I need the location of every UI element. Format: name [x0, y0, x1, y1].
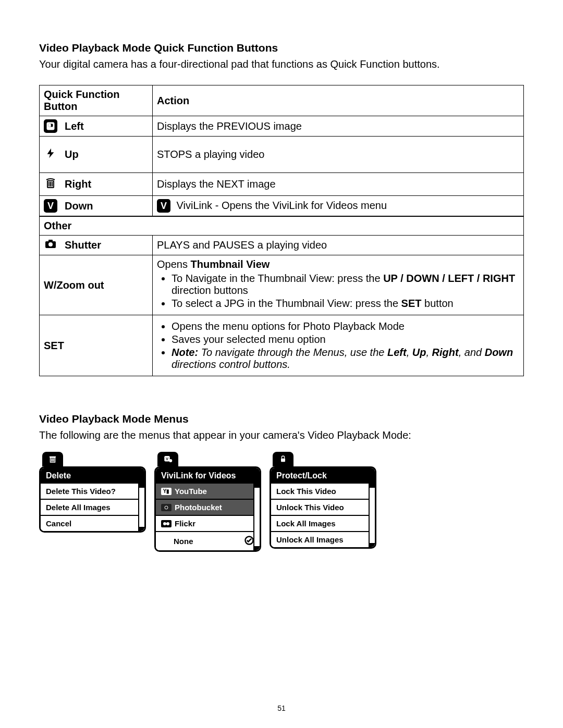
zoom-label: W/Zoom out — [44, 279, 104, 291]
list-item[interactable]: Y▮ YouTube — [156, 484, 260, 499]
menu-title: Delete — [41, 468, 144, 484]
flash-icon — [44, 146, 57, 163]
v-icon: V — [44, 199, 57, 213]
down-label: Down — [65, 200, 93, 212]
menu-delete: Delete Delete This Video? Delete All Ima… — [39, 452, 146, 552]
down-action: V ViviLink - Opens the ViviLink for Vide… — [153, 196, 524, 216]
svg-point-17 — [169, 459, 172, 462]
section2-intro: The following are the menus that appear … — [39, 429, 524, 441]
up-action: STOPS a playing video — [153, 137, 524, 173]
svg-rect-8 — [48, 240, 53, 242]
up-label: Up — [65, 149, 79, 161]
youtube-icon: Y▮ — [161, 488, 172, 495]
right-action: Displays the NEXT image — [153, 173, 524, 196]
quick-function-table: Quick Function Button Action Left Displa… — [39, 85, 524, 216]
set-action: Opens the menu options for Photo Playbac… — [153, 315, 524, 376]
list-item[interactable]: Unlock All Images — [271, 531, 375, 547]
list-item[interactable]: Delete This Video? — [41, 484, 144, 499]
list-item: To Navigate in the Thumbnail View: press… — [172, 273, 519, 297]
list-item[interactable]: Lock All Images — [271, 515, 375, 531]
svg-rect-2 — [48, 124, 51, 127]
svg-rect-14 — [50, 456, 56, 458]
menu-protect: Protect/Lock Lock This Video Unlock This… — [270, 452, 376, 552]
svg-text:V: V — [166, 456, 168, 461]
section2-title: Video Playback Mode Menus — [39, 413, 524, 425]
zoom-action: Opens Thumbnail View To Navigate in the … — [153, 255, 524, 315]
page-root: Video Playback Mode Quick Function Butto… — [0, 0, 563, 728]
scrollbar[interactable] — [138, 484, 144, 531]
list-item: To select a JPG in the Thumbnail View: p… — [172, 298, 519, 310]
list-item[interactable]: None — [156, 531, 260, 550]
list-item: Note: To navigate through the Menus, use… — [172, 347, 519, 371]
lock-icon — [273, 452, 293, 466]
section1-title: Video Playback Mode Quick Function Butto… — [39, 42, 524, 54]
left-label: Left — [65, 120, 84, 132]
list-item: Opens the menu options for Photo Playbac… — [172, 320, 519, 332]
svg-point-20 — [166, 522, 169, 525]
photobucket-icon — [161, 504, 172, 511]
slideshow-icon — [44, 119, 57, 133]
flickr-icon — [161, 520, 172, 527]
section1-intro: Your digital camera has a four-direction… — [39, 58, 524, 70]
other-table: Other Shutter PLAYS and PAUSES a playing… — [39, 216, 524, 376]
right-label: Right — [65, 178, 91, 190]
scrollbar[interactable] — [369, 484, 375, 547]
menu-vivilink: V ViviLink for Videos Y▮ YouTube Photobu… — [154, 452, 261, 552]
set-label: SET — [44, 340, 64, 352]
svg-point-9 — [48, 242, 53, 246]
svg-rect-22 — [281, 459, 285, 462]
svg-point-19 — [163, 522, 166, 525]
check-icon — [244, 535, 254, 547]
left-action: Displays the PREVIOUS image — [153, 116, 524, 137]
list-item[interactable]: Cancel — [41, 515, 144, 531]
list-item[interactable]: Lock This Video — [271, 484, 375, 499]
th-button: Quick Function Button — [40, 85, 153, 116]
scrollbar[interactable] — [253, 484, 260, 550]
list-item[interactable]: Unlock This Video — [271, 499, 375, 515]
page-number: 51 — [0, 704, 563, 712]
list-item[interactable]: Photobucket — [156, 499, 260, 515]
camera-icon — [44, 239, 57, 252]
svg-point-18 — [165, 506, 168, 509]
trash-icon — [44, 176, 57, 192]
th-action: Action — [153, 85, 524, 116]
menu-title: Protect/Lock — [271, 468, 375, 484]
trash-icon — [42, 452, 63, 466]
menu-title: ViviLink for Videos — [156, 468, 260, 484]
shutter-action: PLAYS and PAUSES a playing video — [153, 236, 524, 255]
list-item: Saves your selected menu option — [172, 334, 519, 346]
shutter-label: Shutter — [65, 239, 101, 251]
vivilink-icon: V — [157, 452, 178, 466]
list-item[interactable]: Delete All Images — [41, 499, 144, 515]
other-label: Other — [40, 216, 524, 236]
list-item[interactable]: Flickr — [156, 515, 260, 531]
menus-wrap: Delete Delete This Video? Delete All Ima… — [39, 452, 524, 552]
v-icon-inline: V — [157, 199, 170, 213]
